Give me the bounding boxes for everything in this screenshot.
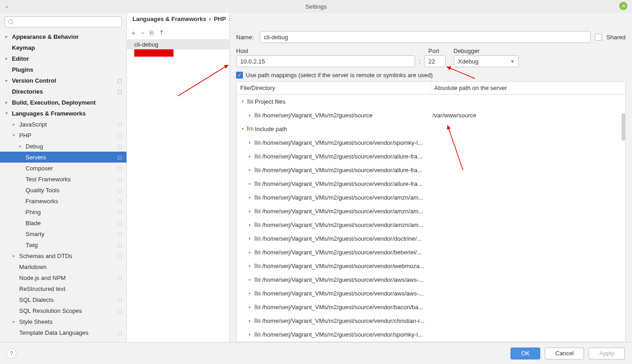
mapping-row[interactable]: ▸/home/serj/Vagrant_VMs/m2/guest/source/… xyxy=(237,300,625,314)
sidebar-item-schemas-and-dtds[interactable]: ▸Schemas and DTDs▢ xyxy=(0,250,126,261)
sidebar-item-smarty[interactable]: Smarty▢ xyxy=(0,228,126,239)
port-input[interactable]: 22 xyxy=(424,55,446,67)
mapping-row[interactable]: ▸/home/serj/Vagrant_VMs/m2/guest/source/… xyxy=(237,177,625,190)
mapping-row[interactable]: ▸/home/serj/Vagrant_VMs/m2/guest/source/… xyxy=(237,108,625,122)
mapping-path: /home/serj/Vagrant_VMs/m2/guest/source/v… xyxy=(262,235,421,242)
mappings-table-body[interactable]: ▾Project files▸/home/serj/Vagrant_VMs/m2… xyxy=(236,95,626,342)
breadcrumb-b[interactable]: PHP xyxy=(214,16,226,22)
sidebar-item-servers[interactable]: Servers▢ xyxy=(0,152,126,163)
mapping-row[interactable]: ▸/home/serj/Vagrant_VMs/m2/guest/source/… xyxy=(237,190,625,204)
sidebar-item-keymap[interactable]: Keymap xyxy=(0,42,126,53)
breadcrumb-a[interactable]: Languages & Frameworks xyxy=(132,16,206,22)
tree-arrow-icon: ▸ xyxy=(247,291,253,295)
mapping-path: /home/serj/Vagrant_VMs/m2/guest/source/v… xyxy=(262,194,423,201)
sidebar-item-phing[interactable]: Phing▢ xyxy=(0,206,126,217)
mapping-row[interactable]: ▾Project files xyxy=(237,95,625,108)
sidebar-item-debug[interactable]: ▸Debug▢ xyxy=(0,141,126,152)
sidebar-item-frameworks[interactable]: Frameworks▢ xyxy=(0,195,126,206)
sidebar-item-quality-tools[interactable]: Quality Tools▢ xyxy=(0,185,126,195)
host-input[interactable]: 10.0.2.15 xyxy=(236,55,415,67)
sidebar-item-version-control[interactable]: ▸Version Control▢ xyxy=(0,75,126,86)
ok-button[interactable]: OK xyxy=(511,348,540,359)
col-absolute-path[interactable]: Absolute path on the server xyxy=(431,82,625,94)
redacted-item[interactable] xyxy=(134,49,174,57)
sidebar-item-composer[interactable]: Composer▢ xyxy=(0,163,126,174)
sidebar-item-build-execution-deployment[interactable]: ▸Build, Execution, Deployment xyxy=(0,97,126,108)
scrollbar-thumb[interactable] xyxy=(621,113,625,141)
sidebar-item-twig[interactable]: Twig▢ xyxy=(0,239,126,250)
project-scope-icon: ▢ xyxy=(117,132,122,138)
servers-list-item[interactable]: cli-debug xyxy=(127,39,229,49)
mapping-path: /home/serj/Vagrant_VMs/m2/guest/source xyxy=(262,112,373,119)
remove-icon[interactable]: − xyxy=(141,29,144,37)
sidebar-item-plugins[interactable]: Plugins xyxy=(0,64,126,75)
mapping-row[interactable]: ▸/home/serj/Vagrant_VMs/m2/guest/source/… xyxy=(237,149,625,163)
sidebar-item-directories[interactable]: Directories▢ xyxy=(0,86,126,97)
mapping-path: /home/serj/Vagrant_VMs/m2/guest/source/v… xyxy=(262,249,422,256)
mapping-row[interactable]: ▸/home/serj/Vagrant_VMs/m2/guest/source/… xyxy=(237,327,625,341)
sidebar-item-restructured-text[interactable]: ReStructured text xyxy=(0,283,126,294)
svg-point-0 xyxy=(9,20,13,24)
mapping-row[interactable]: ▸/home/serj/Vagrant_VMs/m2/guest/source/… xyxy=(237,163,625,177)
mapping-row[interactable]: ▸/home/serj/Vagrant_VMs/m2/guest/source/… xyxy=(237,259,625,273)
import-icon[interactable]: ⤒ xyxy=(159,29,164,37)
folder-icon xyxy=(254,166,260,174)
sidebar-item-test-frameworks[interactable]: Test Frameworks▢ xyxy=(0,174,126,185)
folder-icon xyxy=(254,248,260,256)
mapping-row[interactable]: ▸/home/serj/Vagrant_VMs/m2/guest/source/… xyxy=(237,204,625,218)
sidebar-item-appearance-behavior[interactable]: ▸Appearance & Behavior xyxy=(0,31,126,42)
mapping-row[interactable]: ▸/home/serj/Vagrant_VMs/m2/guest/source/… xyxy=(237,136,625,149)
chevron-down-icon: ▼ xyxy=(510,59,515,64)
tree-arrow-icon: ▸ xyxy=(247,264,253,268)
mapping-path: /home/serj/Vagrant_VMs/m2/guest/source/v… xyxy=(262,317,425,324)
name-input[interactable]: cli-debug xyxy=(260,31,590,43)
copy-icon[interactable]: ⎘ xyxy=(150,29,153,37)
add-icon[interactable]: + xyxy=(132,29,135,37)
list-toolbar: + − ⎘ ⤒ xyxy=(127,26,229,39)
shared-checkbox[interactable]: Shared xyxy=(595,34,626,41)
include-path-icon xyxy=(247,125,253,133)
sidebar-item-label: Twig xyxy=(26,242,38,248)
tree-arrow-icon: ▸ xyxy=(19,144,24,148)
tree-arrow-icon: ▸ xyxy=(247,236,253,241)
sidebar-item-markdown[interactable]: Markdown xyxy=(0,261,126,272)
sidebar-item-sql-dialects[interactable]: SQL Dialects▢ xyxy=(0,294,126,305)
project-scope-icon: ▢ xyxy=(117,231,122,237)
apply-button[interactable]: Apply xyxy=(589,348,625,359)
window-menu-icon[interactable]: ⌄ xyxy=(5,3,9,9)
sidebar-item-node-js-and-npm[interactable]: Node.js and NPM▢ xyxy=(0,272,126,283)
folder-icon xyxy=(254,153,260,160)
server-details-panel: Name: cli-debug Shared Host Port Debugge… xyxy=(230,13,632,342)
tree-arrow-icon: ▸ xyxy=(247,154,253,158)
tree-arrow-icon: ▸ xyxy=(13,319,17,324)
folder-icon xyxy=(254,221,260,229)
mapping-row[interactable]: ▸/home/serj/Vagrant_VMs/m2/guest/source/… xyxy=(237,314,625,327)
sidebar-item-blade[interactable]: Blade▢ xyxy=(0,217,126,228)
project-scope-icon: ▢ xyxy=(117,165,122,171)
sidebar-item-editor[interactable]: ▸Editor xyxy=(0,53,126,64)
col-file-directory[interactable]: File/Directory xyxy=(237,82,431,94)
sidebar-item-php[interactable]: ▾PHP▢ xyxy=(0,130,126,141)
mapping-row[interactable]: ▸/home/serj/Vagrant_VMs/m2/guest/source/… xyxy=(237,245,625,259)
mapping-path: /home/serj/Vagrant_VMs/m2/guest/source/v… xyxy=(262,263,424,269)
project-scope-icon: ▢ xyxy=(117,176,122,182)
sidebar-item-label: Template Data Languages xyxy=(19,329,89,336)
sidebar-item-style-sheets[interactable]: ▸Style Sheets xyxy=(0,316,126,327)
close-icon[interactable]: ✕ xyxy=(619,2,627,10)
debugger-select[interactable]: Xdebug ▼ xyxy=(454,55,519,67)
project-scope-icon: ▢ xyxy=(117,220,122,226)
mapping-row[interactable]: ▸/home/serj/Vagrant_VMs/m2/guest/source/… xyxy=(237,273,625,286)
sidebar-item-javascript[interactable]: ▸JavaScript▢ xyxy=(0,119,126,130)
sidebar-item-template-data-languages[interactable]: Template Data Languages▢ xyxy=(0,327,126,338)
sidebar-item-sql-resolution-scopes[interactable]: SQL Resolution Scopes▢ xyxy=(0,305,126,316)
mapping-row[interactable]: ▸/home/serj/Vagrant_VMs/m2/guest/source/… xyxy=(237,286,625,300)
use-path-mappings-checkbox[interactable]: ✓ Use path mappings (select if the serve… xyxy=(236,72,433,79)
search-input[interactable] xyxy=(5,16,122,27)
mapping-absolute-path[interactable]: /var/www/source xyxy=(431,112,625,119)
mapping-row[interactable]: ▾Include path xyxy=(237,122,625,136)
cancel-button[interactable]: Cancel xyxy=(545,348,584,359)
sidebar-item-languages-frameworks[interactable]: ▾Languages & Frameworks xyxy=(0,108,126,119)
help-button[interactable]: ? xyxy=(6,348,16,359)
mapping-row[interactable]: ▸/home/serj/Vagrant_VMs/m2/guest/source/… xyxy=(237,218,625,232)
mapping-row[interactable]: ▸/home/serj/Vagrant_VMs/m2/guest/source/… xyxy=(237,232,625,245)
